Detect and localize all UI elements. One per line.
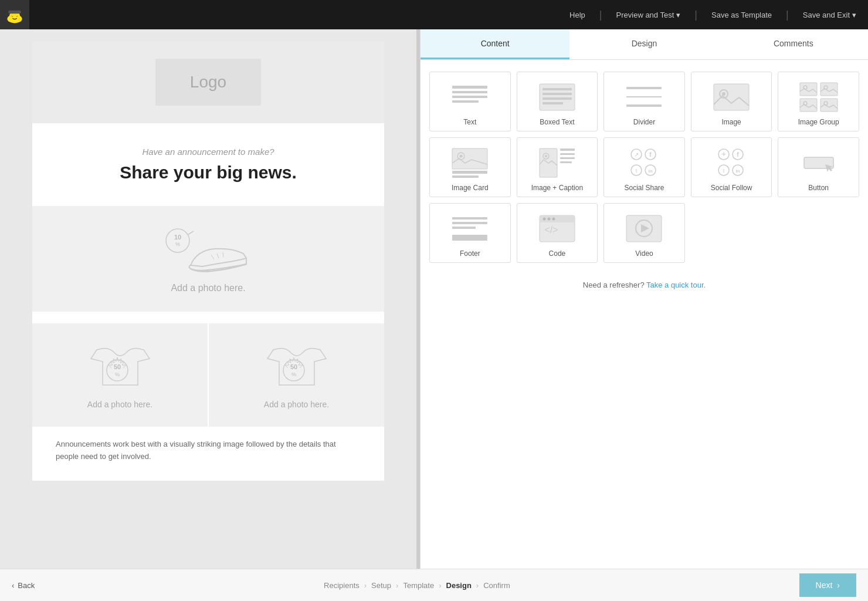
social-share-block-label: Social Share [624,184,664,192]
block-button[interactable]: Button [778,137,859,197]
block-divider[interactable]: Divider [603,72,685,131]
svg-text:↗: ↗ [634,151,639,158]
block-footer[interactable]: Footer [429,203,511,263]
content-tabs: Content Design Comments [421,29,868,60]
image-caption-block-icon [534,145,581,180]
block-image-caption[interactable]: Image + Caption [517,137,598,197]
chevron-2: › [396,581,398,590]
svg-text:in: in [649,168,653,174]
svg-rect-71 [452,217,487,220]
svg-line-12 [223,252,223,257]
svg-rect-20 [452,91,487,93]
video-block-icon [621,211,667,246]
svg-rect-24 [542,88,572,90]
boxed-text-block-icon [534,79,581,114]
svg-rect-22 [452,100,479,103]
block-social-follow[interactable]: + f t in Social Follow [691,137,772,197]
svg-rect-21 [452,96,487,98]
svg-rect-72 [452,222,487,224]
mailchimp-logo[interactable] [0,0,29,29]
image-card-block-label: Image Card [452,184,489,192]
svg-rect-74 [452,235,487,241]
image-grid-item-1[interactable]: 50 % Add a photo here. [32,323,208,427]
svg-point-77 [542,217,545,220]
svg-text:%: % [175,241,180,247]
svg-rect-50 [560,148,575,151]
block-boxed-text[interactable]: Boxed Text [517,72,598,131]
svg-rect-25 [542,93,572,95]
svg-point-6 [166,229,189,252]
full-image-placeholder[interactable]: 10 % Add a photo [32,206,384,312]
footer-block-icon [446,211,493,246]
image-grid-item-2[interactable]: 50 % Add a photo here. [209,323,384,427]
tab-content[interactable]: Content [421,29,569,59]
tagline: Have an announcement to make? [67,147,349,157]
code-block-icon: </> [534,211,581,246]
image-group-block-label: Image Group [798,118,839,126]
svg-rect-52 [560,157,575,159]
block-image-group[interactable]: Image Group [778,72,859,131]
back-button[interactable]: ‹ Back [12,581,35,590]
svg-rect-31 [714,84,749,110]
image-block-label: Image [721,118,741,126]
svg-line-9 [188,231,194,235]
block-image-card[interactable]: Image Card [429,137,511,197]
preview-test-button[interactable]: Preview and Test ▾ [616,11,681,19]
nav-separator-2: | [694,9,697,21]
svg-text:%: % [291,372,296,377]
next-button[interactable]: Next › [799,573,856,597]
photo-placeholder-2: Add a photo here. [87,400,152,409]
svg-rect-19 [452,86,487,89]
footer-block-label: Footer [460,249,480,258]
chevron-3: › [439,581,441,590]
refresher-static: Need a refresher? [583,281,645,289]
image-group-block-icon [795,79,842,114]
svg-line-10 [211,255,214,259]
breadcrumb: Recipients › Setup › Template › Design ›… [324,581,510,590]
svg-rect-28 [626,87,662,89]
svg-rect-27 [542,102,563,104]
svg-point-78 [547,217,550,220]
chevron-4: › [476,581,479,590]
body-text-section[interactable]: Announcements work best with a visually … [32,427,384,481]
breadcrumb-recipients[interactable]: Recipients [324,581,360,590]
nav-separator-3: | [786,9,789,21]
svg-rect-73 [452,227,476,229]
body-text: Announcements work best with a visually … [56,438,361,463]
next-chevron: › [837,580,840,590]
photo-placeholder-3: Add a photo here. [264,400,329,409]
button-block-icon [795,145,842,180]
block-text[interactable]: Text [429,72,511,131]
svg-point-49 [545,155,547,157]
help-link[interactable]: Help [569,11,585,19]
logo-section[interactable]: Logo [32,41,384,123]
block-code[interactable]: </> Code [517,203,598,263]
quick-tour-link[interactable]: Take a quick tour. [646,281,706,289]
svg-point-79 [552,217,555,220]
save-template-button[interactable]: Save as Template [711,11,772,19]
block-image[interactable]: Image [691,72,772,131]
bottom-bar: ‹ Back Recipients › Setup › Template › D… [0,569,868,601]
breadcrumb-setup[interactable]: Setup [371,581,391,590]
breadcrumb-confirm[interactable]: Confirm [483,581,510,590]
block-social-share[interactable]: ↗ f t in Social Share [603,137,685,197]
tab-design[interactable]: Design [569,29,718,59]
social-share-block-icon: ↗ f t in [621,145,667,180]
svg-rect-51 [560,153,575,155]
tab-comments[interactable]: Comments [719,29,868,59]
image-grid: 50 % Add a photo here. [32,323,384,427]
svg-text:10: 10 [174,234,181,241]
svg-text:f: f [737,151,739,158]
top-navigation: Help | Preview and Test ▾ | Save as Temp… [0,0,868,29]
breadcrumb-design: Design [446,581,472,590]
announcement-section[interactable]: Have an announcement to make? Share your… [32,123,384,194]
svg-text:+: + [721,149,726,158]
svg-rect-45 [452,171,487,174]
nav-links: Help | Preview and Test ▾ | Save as Temp… [569,9,856,21]
svg-text:50: 50 [113,363,120,370]
code-block-label: Code [549,249,566,258]
breadcrumb-template[interactable]: Template [403,581,434,590]
save-exit-button[interactable]: Save and Exit ▾ [803,11,856,19]
svg-text:in: in [736,168,740,174]
block-video[interactable]: Video [603,203,685,263]
